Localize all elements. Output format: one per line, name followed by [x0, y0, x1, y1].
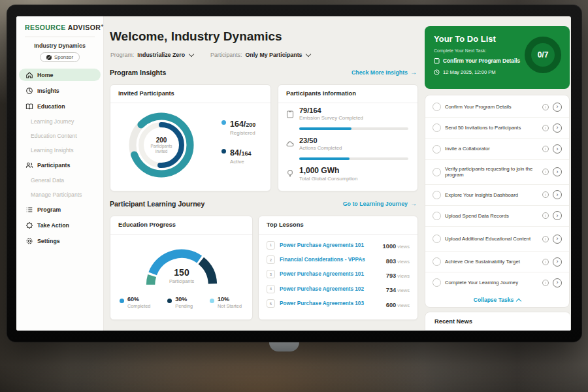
task-row[interactable]: Confirm Your Program Details i › [425, 97, 569, 118]
info-icon: i [542, 212, 549, 219]
go-to-learning-journey-link[interactable]: Go to Learning Journey → [343, 201, 417, 207]
home-icon [25, 71, 33, 79]
card-title: Participants Information [286, 90, 356, 97]
sidebar-item-program[interactable]: Program [19, 203, 101, 216]
app-logo: RESOURCE ADVISOR+ [25, 24, 104, 31]
insights-icon [25, 87, 33, 95]
task-open-button[interactable]: › [553, 190, 562, 199]
rank-badge: 4 [267, 285, 275, 293]
participants-information-card: Participants Information 79/164 Emission… [278, 84, 418, 191]
sidebar-item-learning-journey[interactable]: Learning Journey [19, 116, 101, 127]
legend-active: 84/164 Active [221, 146, 255, 165]
sidebar: RESOURCE ADVISOR+ Industry Dynamics Spon… [16, 16, 104, 331]
task-row[interactable]: Achieve One Sustainability Target i › [425, 252, 569, 272]
task-checkbox[interactable] [433, 257, 441, 266]
settings-gear-icon [25, 237, 33, 245]
monitor-bezel: RESOURCE ADVISOR+ Industry Dynamics Spon… [7, 5, 582, 342]
donut-center-label: 200 Participants Invited [127, 111, 195, 179]
lesson-link[interactable]: Power Purchase Agreements 103 [280, 301, 382, 306]
sidebar-item-settings[interactable]: Settings [19, 235, 101, 247]
sidebar-item-home[interactable]: Home [19, 69, 101, 81]
education-icon [25, 103, 33, 110]
task-open-button[interactable]: › [553, 278, 562, 287]
sidebar-item-take-action[interactable]: Take Action [19, 219, 101, 231]
sidebar-item-label: Take Action [37, 222, 69, 229]
info-icon: i [542, 169, 549, 175]
lesson-link[interactable]: Power Purchase Agreements 101 [280, 271, 382, 277]
donut-legend: 164/200 Registered 84/164 Active [221, 118, 255, 165]
lesson-row: 4 Power Purchase Agreements 102 734views [267, 282, 410, 296]
task-open-button[interactable]: › [553, 235, 562, 244]
sponsor-badge[interactable]: Sponsor [40, 52, 80, 62]
task-row[interactable]: Explore Your Insights Dashboard i › [425, 185, 569, 206]
education-progress-card: Education Progress 150 Participants 60% … [110, 216, 253, 320]
sidebar-item-learning-insights[interactable]: Learning Insights [19, 144, 101, 155]
sidebar-item-participants[interactable]: Participants [19, 159, 101, 171]
lesson-row: 1 Power Purchase Agreements 101 1000view… [267, 238, 410, 252]
section-title-program-insights: Program Insights [110, 69, 166, 76]
take-action-icon [25, 221, 33, 229]
task-row[interactable]: Send 50 Invitations to Participants i › [425, 118, 569, 139]
sidebar-item-label: Learning Insights [31, 147, 73, 154]
check-more-insights-link[interactable]: Check More Insights → [351, 69, 417, 76]
task-checkbox[interactable] [433, 168, 441, 176]
lesson-link[interactable]: Power Purchase Agreements 101 [280, 242, 378, 248]
sidebar-item-education[interactable]: Education [19, 100, 101, 112]
sponsor-label: Sponsor [54, 54, 73, 60]
task-open-button[interactable]: › [553, 144, 562, 154]
sidebar-nav: Home Insights Education Learning Journey… [16, 69, 103, 250]
sidebar-item-label: Program [37, 206, 61, 213]
collapse-tasks-link[interactable]: Collapse Tasks [425, 293, 569, 307]
sidebar-item-general-data[interactable]: General Data [19, 174, 101, 186]
sidebar-item-education-content[interactable]: Education Content [19, 130, 101, 141]
task-row[interactable]: Verify participants requesting to join t… [425, 160, 569, 185]
emission-survey-progress-bar [299, 127, 408, 130]
todo-subtitle: Complete Your Next Task: [434, 48, 486, 53]
task-open-button[interactable]: › [553, 211, 562, 220]
divider [259, 234, 417, 235]
task-row[interactable]: Complete Your Learning Journey i › [425, 272, 569, 293]
task-checkbox[interactable] [433, 103, 441, 111]
task-open-button[interactable]: › [553, 167, 562, 176]
page-title: Welcome, Industry Dynamics [110, 29, 282, 44]
filter-value: Only My Participants [245, 52, 302, 58]
task-checkbox[interactable] [433, 278, 441, 287]
divider [25, 37, 95, 37]
recent-news-card: Recent News [425, 312, 571, 331]
lesson-row: 3 Power Purchase Agreements 101 793views [267, 267, 410, 282]
sidebar-item-manage-participants[interactable]: Manage Participants [19, 189, 101, 200]
task-open-button[interactable]: › [553, 123, 562, 133]
task-open-button[interactable]: › [553, 257, 562, 267]
task-checkbox[interactable] [433, 145, 441, 154]
sidebar-item-label: Education Content [31, 133, 77, 139]
lesson-row: 2 Financial Considerations - VPPAs 803vi… [267, 252, 410, 267]
legend-not-started: 10% Not Started [210, 296, 242, 309]
task-checkbox[interactable] [433, 123, 441, 132]
logo-text-resource: RESOURCE [25, 24, 66, 31]
actions-icon [286, 140, 294, 148]
sidebar-item-insights[interactable]: Insights [19, 84, 101, 97]
task-checkbox[interactable] [433, 235, 441, 243]
lesson-link[interactable]: Power Purchase Agreements 102 [280, 286, 382, 292]
task-checkbox[interactable] [433, 212, 441, 220]
info-icon: i [542, 104, 549, 110]
program-filter-dropdown[interactable]: Program: Industrialize Zero [110, 52, 193, 58]
todo-due-date: 12 May 2025, 12:00 PM [434, 69, 496, 75]
legend-completed: 60% Completed [120, 296, 150, 309]
todo-progress-ring: 0/7 [525, 37, 561, 73]
stat-actions-completed: 23/50 Actions Completed [286, 137, 410, 151]
lesson-link[interactable]: Financial Considerations - VPPAs [280, 257, 382, 263]
info-icon: i [542, 191, 549, 198]
rank-badge: 2 [267, 255, 275, 264]
task-checkbox[interactable] [433, 191, 441, 199]
task-row[interactable]: Invite a Collaborator i › [425, 139, 569, 159]
sidebar-item-label: Participants [37, 162, 70, 169]
participants-filter-dropdown[interactable]: Participants: Only My Participants [210, 52, 310, 58]
task-row[interactable]: Upload Additional Educational Content i … [425, 227, 569, 252]
legend-dot [221, 120, 226, 125]
lessons-list: 1 Power Purchase Agreements 101 1000view… [267, 238, 410, 311]
sidebar-item-label: General Data [31, 177, 64, 184]
task-row[interactable]: Upload Spend Data Records i › [425, 206, 569, 227]
task-open-button[interactable]: › [553, 103, 562, 112]
participants-count: 150 [141, 267, 222, 278]
